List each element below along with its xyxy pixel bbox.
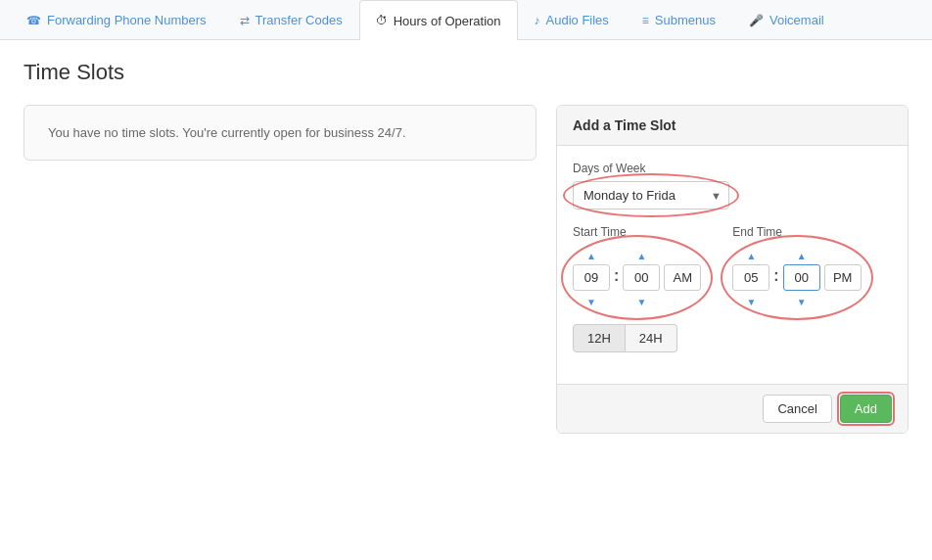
start-minute-input[interactable] <box>623 264 660 291</box>
end-time-controls: : PM <box>732 247 861 308</box>
chevron-down-icon <box>746 293 756 308</box>
empty-notice-text: You have no time slots. You're currently… <box>48 125 406 140</box>
mic-icon: 🎤 <box>749 14 764 27</box>
start-hour-input[interactable] <box>573 264 610 291</box>
tab-forwarding-label: Forwarding Phone Numbers <box>47 13 207 27</box>
end-time-separator: : <box>773 267 778 289</box>
transfer-icon: ⇄ <box>240 14 250 27</box>
chevron-up-icon <box>746 247 756 262</box>
tab-audio[interactable]: ♪ Audio Files <box>518 0 626 39</box>
start-time-separator: : <box>614 267 619 289</box>
end-ampm-spinbox: PM <box>824 260 862 295</box>
tab-transfer[interactable]: ⇄ Transfer Codes <box>223 0 359 39</box>
start-hour-up-button[interactable] <box>582 247 600 262</box>
panel-header: Add a Time Slot <box>557 106 908 146</box>
end-time-group: End Time : <box>732 225 861 308</box>
start-time-controls: : AM <box>573 247 701 308</box>
start-minute-up-button[interactable] <box>632 247 650 262</box>
main-content: Time Slots You have no time slots. You'r… <box>0 40 932 453</box>
end-minute-input[interactable] <box>783 264 820 291</box>
end-minute-spinbox <box>783 247 820 308</box>
tab-bar: ☎ Forwarding Phone Numbers ⇄ Transfer Co… <box>0 0 932 40</box>
end-ampm-display: PM <box>824 264 862 291</box>
start-hour-spinbox <box>573 247 610 308</box>
start-ampm-display: AM <box>664 264 701 291</box>
days-select[interactable]: Monday to Frida Monday to Friday Monday … <box>573 181 729 210</box>
start-minute-down-button[interactable] <box>632 293 650 308</box>
end-minute-up-button[interactable] <box>793 247 811 262</box>
chevron-up-icon <box>797 247 807 262</box>
tab-submenus-label: Submenus <box>655 13 716 27</box>
chevron-down-icon <box>586 293 596 308</box>
chevron-up-icon <box>586 247 596 262</box>
format-24h-button[interactable]: 24H <box>626 324 677 352</box>
days-label: Days of Week <box>573 162 892 175</box>
start-time-group: Start Time : <box>573 225 701 308</box>
start-hour-down-button[interactable] <box>582 293 600 308</box>
time-row: Start Time : <box>573 225 892 308</box>
cancel-button[interactable]: Cancel <box>763 395 831 423</box>
menu-icon: ≡ <box>642 14 649 27</box>
tab-voicemail-label: Voicemail <box>769 13 824 27</box>
end-hour-up-button[interactable] <box>742 247 760 262</box>
days-select-wrapper: Monday to Frida Monday to Friday Monday … <box>573 181 729 210</box>
add-timeslot-panel: Add a Time Slot Days of Week Monday to F… <box>556 105 909 434</box>
tab-voicemail[interactable]: 🎤 Voicemail <box>732 0 841 39</box>
panel-footer: Cancel Add <box>557 384 908 433</box>
tab-hours-label: Hours of Operation <box>394 14 501 28</box>
panel-body: Days of Week Monday to Frida Monday to F… <box>557 146 908 384</box>
tab-hours[interactable]: ⏱ Hours of Operation <box>359 0 518 40</box>
left-panel: You have no time slots. You're currently… <box>23 105 536 161</box>
end-hour-down-button[interactable] <box>742 293 760 308</box>
chevron-down-icon <box>636 293 646 308</box>
end-minute-down-button[interactable] <box>793 293 811 308</box>
tab-submenus[interactable]: ≡ Submenus <box>626 0 732 39</box>
format-btn-group: 12H 24H <box>573 324 892 352</box>
page-title: Time Slots <box>23 60 909 85</box>
start-time-label: Start Time <box>573 225 701 239</box>
tab-audio-label: Audio Files <box>546 13 609 27</box>
empty-notice: You have no time slots. You're currently… <box>23 105 536 161</box>
panel-title: Add a Time Slot <box>573 117 676 133</box>
phone-icon: ☎ <box>26 14 41 27</box>
chevron-up-icon <box>636 247 646 262</box>
add-button[interactable]: Add <box>840 395 892 423</box>
content-area: You have no time slots. You're currently… <box>23 105 909 434</box>
music-icon: ♪ <box>535 14 540 27</box>
end-hour-input[interactable] <box>732 264 769 291</box>
format-12h-button[interactable]: 12H <box>573 324 626 352</box>
end-hour-spinbox <box>732 247 769 308</box>
days-of-week-group: Days of Week Monday to Frida Monday to F… <box>573 162 892 210</box>
tab-transfer-label: Transfer Codes <box>256 13 343 27</box>
clock-icon: ⏱ <box>376 14 388 27</box>
start-minute-spinbox <box>623 247 660 308</box>
chevron-down-icon <box>797 293 807 308</box>
start-ampm-spinbox: AM <box>664 247 701 308</box>
tab-forwarding[interactable]: ☎ Forwarding Phone Numbers <box>10 0 223 39</box>
end-time-label: End Time <box>732 225 861 239</box>
